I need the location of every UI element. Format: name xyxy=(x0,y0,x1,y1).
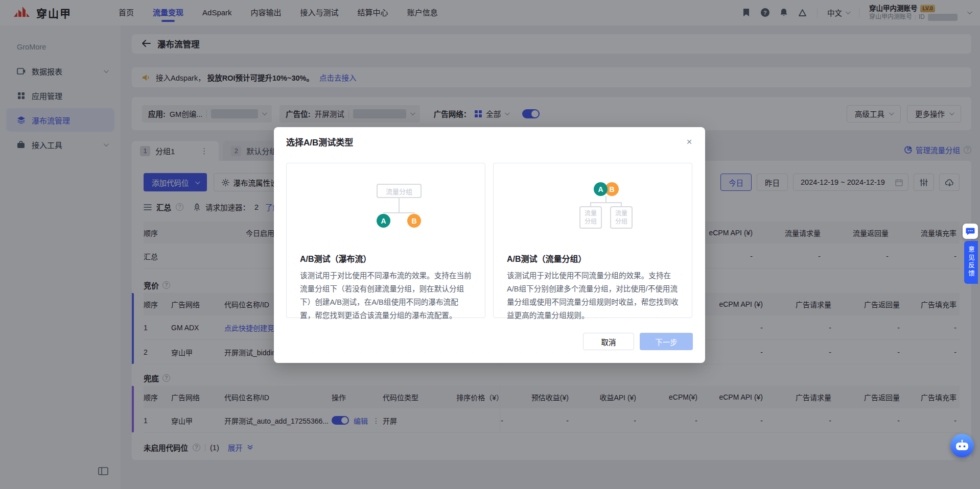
robot-face-icon xyxy=(954,439,970,452)
option-ab-test-traffic-group[interactable]: A B 流量分组 流量分组 A/B测试（流量分组） 该测试用于对比使用不同流量分… xyxy=(493,163,692,318)
chat-bubble-icon xyxy=(966,227,975,235)
traffic-group-box: 流量分组 xyxy=(579,206,602,229)
waterfall-ab-diagram: 流量分组 A B xyxy=(300,163,472,248)
traffic-group-box-label: 流量分组 xyxy=(386,186,412,196)
app-window: 穿山甲 首页 流量变现 AdSpark 内容输出 接入与测试 结算中心 账户信息… xyxy=(0,0,980,489)
assistant-robot-button[interactable] xyxy=(950,434,974,457)
feedback-label: 意见反馈 xyxy=(966,246,976,278)
traffic-group-box: 流量分组 xyxy=(377,184,422,198)
close-icon[interactable]: × xyxy=(684,136,695,148)
option-ab-test-waterfall[interactable]: 流量分组 A B A/B测试（瀑布流） 该测试用于对比使用不同瀑布流的效果。支持… xyxy=(286,163,485,318)
modal-footer: 取消 下一步 xyxy=(583,333,693,350)
connector-line xyxy=(621,202,622,206)
option-title: A/B测试（瀑布流） xyxy=(300,252,472,264)
traffic-group-box: 流量分组 xyxy=(610,206,633,229)
option-description: 该测试用于对比使用不同流量分组的效果。支持在A/B组下分别创建多个流量分组，对比… xyxy=(507,269,679,322)
option-description: 该测试用于对比使用不同瀑布流的效果。支持在当前流量分组下（若没有创建流量分组，则… xyxy=(300,269,472,322)
group-a-circle: A xyxy=(594,182,608,196)
next-step-button[interactable]: 下一步 xyxy=(640,333,693,350)
feedback-chat-button[interactable] xyxy=(963,224,978,239)
modal-title: 选择A/B测试类型 xyxy=(286,135,353,148)
connector-line xyxy=(399,198,400,212)
connector-line xyxy=(383,212,415,213)
connector-line xyxy=(605,196,606,202)
connector-line xyxy=(590,202,622,203)
feedback-tab[interactable]: 意见反馈 xyxy=(964,241,978,284)
modal-header: 选择A/B测试类型 xyxy=(274,127,705,156)
ab-test-type-modal: 选择A/B测试类型 × 流量分组 A B A/B测试（瀑布流） 该测试用于对比使… xyxy=(274,127,705,363)
connector-line xyxy=(590,202,591,206)
option-title: A/B测试（流量分组） xyxy=(507,252,679,264)
group-b-circle: B xyxy=(407,214,421,228)
cancel-button[interactable]: 取消 xyxy=(583,333,634,350)
group-a-circle: A xyxy=(377,214,390,228)
modal-body: 流量分组 A B A/B测试（瀑布流） 该测试用于对比使用不同瀑布流的效果。支持… xyxy=(274,156,705,318)
traffic-group-ab-diagram: A B 流量分组 流量分组 xyxy=(507,163,679,248)
